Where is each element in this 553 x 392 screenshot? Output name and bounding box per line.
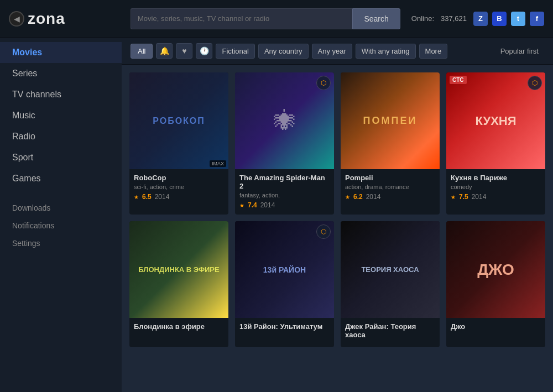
fav-badge[interactable]: ⬡ [316,224,331,239]
sidebar-item-series[interactable]: Series [0,63,122,84]
movie-year: 2014 [260,201,275,209]
twitter-social-icon[interactable]: t [511,12,525,26]
online-count: 337,621 [441,14,467,23]
movie-poster [446,221,545,318]
movie-meta: ★ 6.5 2014 [134,193,224,201]
movie-year: 2014 [472,193,487,201]
sidebar-item-music[interactable]: Music [0,105,122,126]
movies-grid: IMAX RoboCop sci-fi, action, crime ★ 6.5… [122,65,553,355]
sidebar-item-games[interactable]: Games [0,168,122,189]
movie-year: 2014 [155,193,170,201]
filter-favorites-icon[interactable]: ♥ [176,43,192,59]
search-area: Search [131,8,400,29]
movie-info: Блондинка в эфире [129,318,228,339]
movie-card-robocop[interactable]: IMAX RoboCop sci-fi, action, crime ★ 6.5… [129,72,228,215]
movie-info: 13й Район: Ультиматум [235,318,334,339]
movie-info: The Amazing Spider-Man 2 fantasy, action… [235,169,334,215]
movie-info: Кухня в Париже comedy ★ 7.5 2014 [446,169,545,206]
filter-any-rating[interactable]: With any rating [356,44,416,59]
movie-title: RoboCop [134,174,224,182]
sidebar-item-notifications[interactable]: Notifications [0,217,122,234]
movie-info: Pompeii action, drama, romance ★ 6.2 201… [341,169,440,206]
filter-any-year[interactable]: Any year [312,44,352,59]
sidebar-item-tv-channels[interactable]: TV channels [0,84,122,105]
movie-card-district13[interactable]: ⬡ 13й Район: Ультиматум [235,221,334,347]
sidebar-item-movies[interactable]: Movies [0,42,122,63]
movie-info: Джек Райан: Теория хаоса [341,318,440,347]
fav-badge[interactable]: ⬡ [528,76,542,90]
movie-poster: ⬡ [235,72,334,169]
filter-fictional[interactable]: Fictional [216,44,254,59]
movie-meta: ★ 7.4 2014 [239,201,330,209]
header-right: Online: 337,621 Z B t f [411,12,544,26]
sidebar-item-radio[interactable]: Radio [0,126,122,147]
movie-card-pompeii[interactable]: Pompeii action, drama, romance ★ 6.2 201… [341,72,440,215]
filter-history-icon[interactable]: 🕐 [196,43,212,59]
search-button[interactable]: Search [352,8,400,29]
movie-card-chaos[interactable]: Джек Райан: Теория хаоса [341,221,440,347]
star-icon: ★ [134,194,139,200]
poster-inner [129,221,228,318]
movie-title: Pompeii [345,174,435,182]
movie-title: Блондинка в эфире [134,322,224,331]
movie-title: 13й Район: Ультиматум [239,322,330,331]
movie-rating: 6.2 [353,193,363,201]
movie-info: Джо [446,318,545,339]
vk-social-icon[interactable]: B [492,12,507,26]
movie-title: Джо [451,322,541,331]
movie-genres: sci-fi, action, crime [134,184,224,190]
filter-all[interactable]: All [131,44,153,59]
movie-card-jo[interactable]: Джо [446,221,545,347]
filter-more[interactable]: More [419,44,448,59]
sidebar-item-downloads[interactable]: Downloads [0,199,122,217]
movie-poster: IMAX [129,72,228,169]
movie-poster [341,72,440,169]
nav-divider [0,189,122,199]
poster-inner [446,221,545,318]
app-logo: zona [28,10,65,28]
movie-genres: action, drama, romance [345,184,435,190]
movie-card-blondinka[interactable]: Блондинка в эфире [129,221,228,347]
movie-year: 2014 [366,193,381,201]
movie-meta: ★ 6.2 2014 [345,193,435,201]
movie-rating: 7.5 [459,193,468,201]
social-icons: Z B t f [473,12,544,26]
filter-any-country[interactable]: Any country [258,44,309,59]
search-input[interactable] [131,8,352,29]
movie-poster: ⬡ [235,221,334,318]
poster-inner [341,221,440,318]
movie-poster [341,221,440,318]
logo-area: ◀ zona [9,10,131,28]
sidebar-item-settings[interactable]: Settings [0,234,122,252]
movie-title: Кухня в Париже [451,174,541,182]
sidebar: Movies Series TV channels Music Radio Sp… [0,38,122,392]
movie-genres: fantasy, action, [239,192,330,198]
movie-title: Джек Райан: Теория хаоса [345,322,435,339]
movie-card-kuhnya[interactable]: CTC ⬡ Кухня в Париже comedy ★ 7.5 2014 [446,72,545,215]
app-header: ◀ zona Search Online: 337,621 Z B t f [0,0,553,38]
content-area: All 🔔 ♥ 🕐 Fictional Any country Any year… [122,38,553,392]
star-icon: ★ [239,202,244,208]
main-layout: Movies Series TV channels Music Radio Sp… [0,38,553,392]
fav-badge[interactable]: ⬡ [316,76,331,90]
facebook-social-icon[interactable]: f [530,12,544,26]
filter-bar: All 🔔 ♥ 🕐 Fictional Any country Any year… [122,38,553,65]
movie-rating: 7.4 [248,201,257,209]
movie-genres: comedy [451,184,541,190]
movie-rating: 6.5 [142,193,152,201]
online-label: Online: [411,14,434,23]
movie-poster [129,221,228,318]
back-button[interactable]: ◀ [9,11,24,27]
movie-meta: ★ 7.5 2014 [451,193,541,201]
filter-notifications-icon[interactable]: 🔔 [156,43,173,59]
poster-inner [341,72,440,169]
star-icon: ★ [345,194,350,200]
movie-title: The Amazing Spider-Man 2 [239,174,330,190]
movie-card-spiderman[interactable]: ⬡ The Amazing Spider-Man 2 fantasy, acti… [235,72,334,215]
movie-info: RoboCop sci-fi, action, crime ★ 6.5 2014 [129,169,228,206]
sidebar-item-sport[interactable]: Sport [0,147,122,168]
star-icon: ★ [451,194,456,200]
movie-poster: CTC ⬡ [446,72,545,169]
sort-button[interactable]: Popular first [495,44,544,58]
zona-social-icon[interactable]: Z [473,12,488,26]
